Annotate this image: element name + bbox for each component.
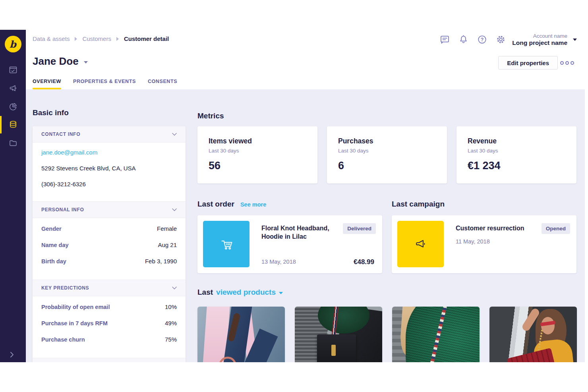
personal-info-header[interactable]: PERSONAL INFO <box>33 201 186 218</box>
help-icon[interactable]: ? <box>477 34 487 45</box>
contact-info-list: jane.doe@gmail.com 5292 Stevens Creek Bl… <box>33 143 186 201</box>
kv-label: Purchase in 7 days RFM <box>41 320 108 326</box>
kv-row: Name day Aug 21 <box>41 241 177 248</box>
chevron-down-icon <box>172 208 177 211</box>
personal-info-list: Gender Female Name day Aug 21 Birth day … <box>33 218 186 280</box>
header-icons: ? <box>439 34 506 45</box>
see-more-link[interactable]: See more <box>240 201 266 208</box>
edit-properties-button[interactable]: Edit properties <box>498 56 558 70</box>
metric-card-purchases: Purchases Last 30 days 6 <box>327 126 447 183</box>
kv-label: Gender <box>41 226 62 232</box>
bell-icon[interactable] <box>458 34 469 45</box>
chat-icon[interactable] <box>439 34 450 45</box>
kv-value: 49% <box>165 320 177 326</box>
kv-value: 75% <box>165 336 177 343</box>
breadcrumb-customer-detail: Customer detail <box>124 35 169 42</box>
metric-title: Purchases <box>338 137 436 145</box>
order-status-badge: Delivered <box>343 223 376 234</box>
order-tile <box>203 221 250 267</box>
page-header: Data & assets Customers Customer detail <box>26 30 588 89</box>
kv-value: 10% <box>165 303 177 310</box>
product-image-red-bag-yellow-shirt[interactable] <box>489 307 577 362</box>
breadcrumb-customers[interactable]: Customers <box>82 35 111 42</box>
last-campaign-heading: Last campaign <box>392 200 445 209</box>
metric-card-items-viewed: Items viewed Last 30 days 56 <box>197 126 317 183</box>
chevron-down-icon <box>172 286 177 290</box>
customer-address: 5292 Stevens Creek Blvd, CA, USA <box>41 165 177 172</box>
kv-row: Purchase in 7 days RFM 49% <box>41 320 177 326</box>
title-row: Jane Doe <box>33 55 88 68</box>
sidebar-item-analytics[interactable] <box>0 102 26 111</box>
order-product-name: Floral Knot Headband, Hoodie in Lilac <box>261 224 339 241</box>
brand-logo[interactable]: b <box>5 36 21 52</box>
sidebar-item-data[interactable] <box>0 120 26 129</box>
more-options-button[interactable] <box>560 61 574 65</box>
order-price: €48.99 <box>354 258 374 266</box>
viewed-products-dropdown[interactable]: viewed products <box>216 288 276 297</box>
kv-label: Purchase churn <box>41 336 85 343</box>
sidebar-nav <box>0 65 26 148</box>
kv-value: Feb 3, 1990 <box>145 258 177 265</box>
cart-icon <box>217 235 236 253</box>
pie-chart-icon <box>8 102 18 111</box>
kv-row: Probability of open email 10% <box>41 303 177 310</box>
key-segmentations-header[interactable]: KEY SEGMENTATIONS <box>33 358 186 362</box>
metric-subtitle: Last 30 days <box>338 148 436 154</box>
metric-value: 6 <box>338 160 436 172</box>
last-order-card[interactable]: Floral Knot Headband, Hoodie in Lilac De… <box>197 215 382 273</box>
tab-consents[interactable]: CONSENTS <box>148 79 177 89</box>
dot-icon <box>560 61 564 65</box>
breadcrumb-separator-icon <box>116 37 119 41</box>
database-icon <box>8 120 18 129</box>
last-viewed-heading: Last viewed products <box>197 288 283 297</box>
last-order-heading: Last order See more <box>197 200 266 209</box>
campaign-name: Customer resurrection <box>456 224 524 232</box>
settings-gear-icon[interactable] <box>495 34 506 45</box>
megaphone-icon <box>8 83 18 93</box>
project-name: Long project name <box>512 39 567 46</box>
tab-bar: OVERVIEW PROPERTIES & EVENTS CONSENTS <box>33 79 177 89</box>
kv-value: Aug 21 <box>158 241 177 248</box>
sidebar-item-web[interactable] <box>0 65 26 75</box>
sidebar-item-campaigns[interactable] <box>0 83 26 93</box>
breadcrumb: Data & assets Customers Customer detail <box>33 35 169 42</box>
customer-email-link[interactable]: jane.doe@gmail.com <box>41 149 177 156</box>
sidebar-expand-button[interactable] <box>9 351 15 358</box>
viewed-products-caret-icon[interactable] <box>279 292 283 294</box>
megaphone-icon <box>412 236 429 253</box>
dot-icon <box>571 61 574 65</box>
account-caret-icon[interactable] <box>573 39 577 41</box>
basic-info-panel: CONTACT INFO jane.doe@gmail.com 5292 Ste… <box>33 126 186 362</box>
account-name: Account name <box>512 33 567 39</box>
last-campaign-title: Last campaign <box>392 200 445 208</box>
title-dropdown-icon[interactable] <box>84 61 88 64</box>
account-switcher[interactable]: Account name Long project name <box>512 33 567 46</box>
contact-info-label: CONTACT INFO <box>41 131 80 137</box>
personal-info-label: PERSONAL INFO <box>41 207 84 212</box>
kv-label: Name day <box>41 242 69 248</box>
last-campaign-card[interactable]: Customer resurrection Opened 11 May, 201… <box>392 215 576 273</box>
tab-overview[interactable]: OVERVIEW <box>33 79 61 89</box>
basic-info-title: Basic info <box>33 108 69 117</box>
breadcrumb-data-assets[interactable]: Data & assets <box>33 35 70 42</box>
product-image-black-leather-bag[interactable] <box>295 307 382 362</box>
kv-row: Purchase churn 75% <box>41 336 177 343</box>
sidebar-item-assets[interactable] <box>0 138 26 148</box>
metric-subtitle: Last 30 days <box>209 148 306 154</box>
metric-value: €1 234 <box>468 160 565 172</box>
last-viewed-prefix: Last <box>197 288 213 297</box>
customer-phone: (306)-3212-6326 <box>41 181 177 187</box>
page-title: Jane Doe <box>33 55 79 68</box>
tab-properties-events[interactable]: PROPERTIES & EVENTS <box>73 79 136 89</box>
main-content: Basic info CONTACT INFO jane.doe@gmail.c… <box>26 89 585 362</box>
metric-value: 56 <box>209 160 306 172</box>
metric-subtitle: Last 30 days <box>468 148 565 154</box>
key-predictions-header[interactable]: KEY PREDICTIONS <box>33 280 186 296</box>
kv-label: Probability of open email <box>41 304 110 310</box>
product-image-green-fur-coat[interactable] <box>392 307 480 362</box>
key-predictions-label: KEY PREDICTIONS <box>41 285 89 291</box>
sidebar: b <box>0 30 26 362</box>
metric-title: Revenue <box>468 137 565 145</box>
product-image-pink-coat-red-bag[interactable] <box>197 307 285 362</box>
contact-info-header[interactable]: CONTACT INFO <box>33 126 186 143</box>
